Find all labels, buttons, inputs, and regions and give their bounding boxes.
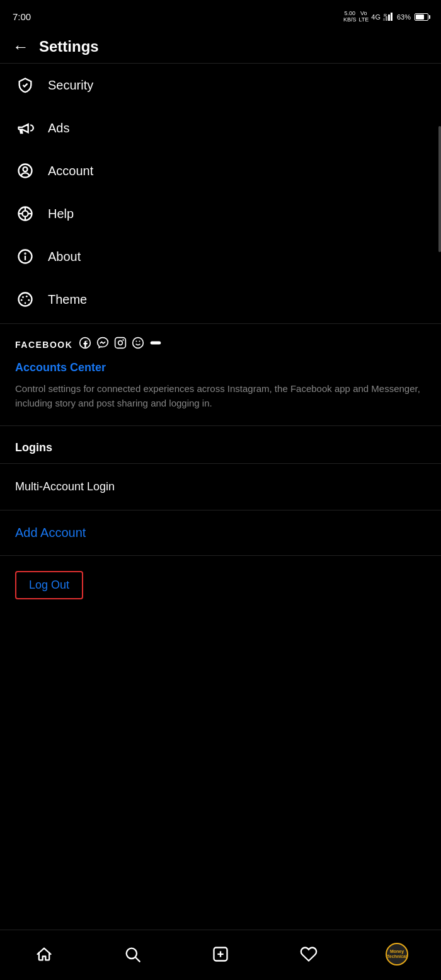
nav-search[interactable] [88, 945, 176, 963]
megaphone-icon [15, 118, 35, 138]
svg-point-8 [22, 210, 28, 216]
status-icons: 5.00KB/S VoLTE 4G R 63% [343, 11, 428, 23]
nav-add[interactable] [176, 945, 265, 963]
svg-point-24 [118, 341, 123, 345]
menu-item-about[interactable]: About [0, 235, 441, 278]
svg-point-18 [26, 296, 28, 297]
logout-container: Log Out [0, 561, 441, 609]
shield-check-icon [15, 75, 35, 95]
facebook-header: FACEBOOK [15, 337, 426, 352]
home-icon [35, 945, 53, 963]
menu-item-ads[interactable]: Ads [0, 107, 441, 149]
divider-3 [0, 510, 441, 510]
logins-title: Logins [0, 431, 441, 458]
bottom-navigation: Money Technical [0, 930, 441, 980]
facebook-app-icons [79, 337, 162, 352]
menu-item-security[interactable]: Security [0, 64, 441, 107]
signal-bars: R [383, 12, 394, 22]
nav-home[interactable] [0, 945, 88, 963]
page-title: Settings [39, 38, 99, 55]
facebook-label: FACEBOOK [15, 340, 72, 350]
status-time: 7:00 [13, 11, 31, 22]
back-button[interactable]: ← [13, 38, 29, 55]
search-icon [123, 945, 141, 963]
divider-1 [0, 425, 441, 426]
svg-point-25 [123, 340, 124, 340]
svg-point-17 [22, 296, 24, 298]
svg-text:R: R [384, 13, 387, 18]
battery-percentage: 63% [397, 13, 411, 21]
security-label: Security [48, 78, 93, 93]
add-account-item[interactable]: Add Account [0, 516, 441, 550]
svg-point-21 [25, 302, 26, 304]
svg-point-26 [133, 338, 144, 349]
volte-indicator: VoLTE [358, 11, 369, 23]
whatsapp-icon [132, 337, 144, 352]
avatar: Money Technical [386, 943, 408, 966]
svg-rect-3 [391, 13, 392, 21]
svg-point-16 [19, 293, 32, 306]
person-circle-icon [15, 161, 35, 181]
svg-point-6 [23, 167, 28, 171]
svg-rect-23 [115, 338, 126, 349]
menu-item-help[interactable]: Help [0, 192, 441, 235]
multi-account-login-item[interactable]: Multi-Account Login [0, 469, 441, 505]
settings-menu: Security Ads Account [0, 64, 441, 321]
scrollbar[interactable] [438, 126, 441, 252]
info-circle-icon [15, 246, 35, 267]
network-indicator: 4G [371, 13, 381, 21]
logout-button[interactable]: Log Out [15, 571, 83, 599]
menu-item-account[interactable]: Account [0, 149, 441, 192]
accounts-center-description: Control settings for connected experienc… [15, 382, 426, 410]
messenger-icon [96, 337, 109, 352]
help-circle-icon [15, 204, 35, 224]
facebook-section: FACEBOOK [0, 323, 441, 420]
status-bar: 7:00 5.00KB/S VoLTE 4G R 63% [0, 0, 441, 30]
divider-2 [0, 463, 441, 464]
theme-label: Theme [48, 292, 87, 307]
svg-line-29 [135, 957, 139, 961]
palette-icon [15, 289, 35, 309]
plus-square-icon [212, 945, 229, 963]
speed-indicator: 5.00KB/S [343, 11, 357, 23]
svg-point-15 [25, 253, 25, 254]
svg-point-19 [21, 299, 23, 301]
facebook-icon [79, 337, 91, 352]
menu-item-theme[interactable]: Theme [0, 278, 441, 321]
divider-4 [0, 555, 441, 556]
heart-icon [300, 945, 318, 963]
help-label: Help [48, 207, 74, 221]
header: ← Settings [0, 30, 441, 64]
svg-rect-0 [383, 18, 385, 21]
avatar-text: Money Technical [387, 949, 407, 959]
portal-icon [149, 337, 162, 352]
instagram-icon [114, 337, 127, 352]
svg-rect-2 [388, 14, 390, 21]
svg-point-20 [28, 299, 30, 301]
account-label: Account [48, 164, 93, 178]
content-area: Security Ads Account [0, 64, 441, 666]
nav-profile[interactable]: Money Technical [353, 943, 441, 966]
ads-label: Ads [48, 121, 69, 135]
nav-activity[interactable] [265, 945, 353, 963]
svg-rect-27 [151, 342, 161, 343]
about-label: About [48, 250, 81, 264]
accounts-center-link[interactable]: Accounts Center [15, 361, 426, 374]
battery-icon [415, 13, 428, 21]
